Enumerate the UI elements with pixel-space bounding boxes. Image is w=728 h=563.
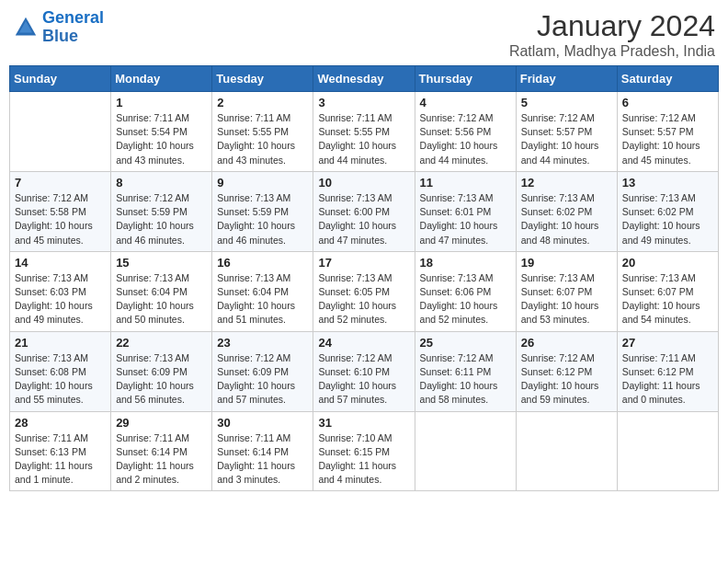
calendar-week-row: 7Sunrise: 7:12 AMSunset: 5:58 PMDaylight…	[10, 171, 719, 251]
day-number: 6	[622, 96, 713, 109]
calendar-cell: 6Sunrise: 7:12 AMSunset: 5:57 PMDaylight…	[617, 92, 718, 172]
calendar-cell: 15Sunrise: 7:13 AMSunset: 6:04 PMDayligh…	[111, 251, 212, 331]
day-detail: Sunrise: 7:11 AMSunset: 5:54 PMDaylight:…	[116, 111, 207, 167]
calendar-cell: 4Sunrise: 7:12 AMSunset: 5:56 PMDaylight…	[415, 92, 516, 172]
day-detail: Sunrise: 7:11 AMSunset: 6:13 PMDaylight:…	[15, 431, 106, 488]
calendar-cell: 18Sunrise: 7:13 AMSunset: 6:06 PMDayligh…	[415, 251, 516, 331]
calendar-week-row: 28Sunrise: 7:11 AMSunset: 6:13 PMDayligh…	[10, 411, 719, 491]
day-number: 15	[116, 256, 207, 270]
calendar-cell: 10Sunrise: 7:13 AMSunset: 6:00 PMDayligh…	[313, 171, 415, 251]
day-header-saturday: Saturday	[617, 66, 718, 92]
day-detail: Sunrise: 7:10 AMSunset: 6:15 PMDaylight:…	[318, 431, 409, 488]
calendar-cell: 24Sunrise: 7:12 AMSunset: 6:10 PMDayligh…	[313, 331, 415, 411]
day-detail: Sunrise: 7:12 AMSunset: 6:09 PMDaylight:…	[217, 351, 308, 408]
day-number: 18	[420, 256, 511, 270]
calendar-cell: 3Sunrise: 7:11 AMSunset: 5:55 PMDaylight…	[313, 92, 415, 172]
calendar-cell	[415, 411, 516, 491]
title-block: January 2024 Ratlam, Madhya Pradesh, Ind…	[509, 9, 715, 60]
calendar-cell: 7Sunrise: 7:12 AMSunset: 5:58 PMDaylight…	[10, 171, 111, 251]
day-detail: Sunrise: 7:11 AMSunset: 6:14 PMDaylight:…	[116, 431, 207, 488]
calendar-cell: 31Sunrise: 7:10 AMSunset: 6:15 PMDayligh…	[313, 411, 415, 491]
calendar-cell: 23Sunrise: 7:12 AMSunset: 6:09 PMDayligh…	[212, 331, 313, 411]
day-detail: Sunrise: 7:12 AMSunset: 6:10 PMDaylight:…	[318, 351, 409, 408]
day-header-thursday: Thursday	[415, 66, 516, 92]
calendar-cell: 22Sunrise: 7:13 AMSunset: 6:09 PMDayligh…	[111, 331, 212, 411]
calendar-header-row: SundayMondayTuesdayWednesdayThursdayFrid…	[10, 66, 719, 92]
day-number: 27	[622, 336, 713, 350]
day-detail: Sunrise: 7:13 AMSunset: 6:05 PMDaylight:…	[318, 271, 409, 327]
day-detail: Sunrise: 7:11 AMSunset: 6:14 PMDaylight:…	[217, 431, 308, 488]
day-number: 24	[318, 336, 409, 350]
calendar-cell: 26Sunrise: 7:12 AMSunset: 6:12 PMDayligh…	[516, 331, 617, 411]
day-detail: Sunrise: 7:11 AMSunset: 6:12 PMDaylight:…	[622, 351, 713, 408]
day-number: 28	[15, 416, 106, 430]
day-number: 29	[116, 416, 207, 430]
calendar-title: January 2024	[509, 9, 715, 43]
day-detail: Sunrise: 7:13 AMSunset: 6:02 PMDaylight:…	[622, 191, 713, 247]
calendar-cell: 8Sunrise: 7:12 AMSunset: 5:59 PMDaylight…	[111, 171, 212, 251]
calendar-cell: 16Sunrise: 7:13 AMSunset: 6:04 PMDayligh…	[212, 251, 313, 331]
day-detail: Sunrise: 7:11 AMSunset: 5:55 PMDaylight:…	[318, 111, 409, 167]
logo-text: General Blue	[42, 9, 104, 46]
day-detail: Sunrise: 7:13 AMSunset: 6:01 PMDaylight:…	[420, 191, 511, 247]
calendar-cell: 9Sunrise: 7:13 AMSunset: 5:59 PMDaylight…	[212, 171, 313, 251]
day-header-tuesday: Tuesday	[212, 66, 313, 92]
calendar-cell: 28Sunrise: 7:11 AMSunset: 6:13 PMDayligh…	[10, 411, 111, 491]
day-detail: Sunrise: 7:13 AMSunset: 5:59 PMDaylight:…	[217, 191, 308, 247]
day-number: 12	[521, 176, 612, 190]
day-detail: Sunrise: 7:12 AMSunset: 5:57 PMDaylight:…	[521, 111, 612, 167]
logo-line2: Blue	[42, 27, 78, 45]
calendar-cell: 2Sunrise: 7:11 AMSunset: 5:55 PMDaylight…	[212, 92, 313, 172]
day-detail: Sunrise: 7:12 AMSunset: 5:56 PMDaylight:…	[420, 111, 511, 167]
calendar-cell: 14Sunrise: 7:13 AMSunset: 6:03 PMDayligh…	[10, 251, 111, 331]
day-number: 4	[420, 96, 511, 109]
calendar-cell: 29Sunrise: 7:11 AMSunset: 6:14 PMDayligh…	[111, 411, 212, 491]
day-number: 2	[217, 96, 308, 109]
calendar-cell	[516, 411, 617, 491]
calendar-week-row: 1Sunrise: 7:11 AMSunset: 5:54 PMDaylight…	[10, 92, 719, 172]
calendar-table: SundayMondayTuesdayWednesdayThursdayFrid…	[9, 65, 719, 491]
day-detail: Sunrise: 7:12 AMSunset: 5:58 PMDaylight:…	[15, 191, 106, 247]
day-number: 23	[217, 336, 308, 350]
day-number: 19	[521, 256, 612, 270]
calendar-cell	[617, 411, 718, 491]
calendar-week-row: 21Sunrise: 7:13 AMSunset: 6:08 PMDayligh…	[10, 331, 719, 411]
day-number: 17	[318, 256, 409, 270]
page-header: General Blue January 2024 Ratlam, Madhya…	[9, 9, 719, 60]
calendar-subtitle: Ratlam, Madhya Pradesh, India	[509, 43, 715, 60]
calendar-cell	[10, 92, 111, 172]
day-number: 5	[521, 96, 612, 109]
calendar-cell: 21Sunrise: 7:13 AMSunset: 6:08 PMDayligh…	[10, 331, 111, 411]
calendar-cell: 11Sunrise: 7:13 AMSunset: 6:01 PMDayligh…	[415, 171, 516, 251]
day-number: 22	[116, 336, 207, 350]
calendar-cell: 30Sunrise: 7:11 AMSunset: 6:14 PMDayligh…	[212, 411, 313, 491]
calendar-cell: 5Sunrise: 7:12 AMSunset: 5:57 PMDaylight…	[516, 92, 617, 172]
day-number: 20	[622, 256, 713, 270]
day-header-monday: Monday	[111, 66, 212, 92]
day-number: 16	[217, 256, 308, 270]
day-detail: Sunrise: 7:12 AMSunset: 6:12 PMDaylight:…	[521, 351, 612, 408]
calendar-cell: 12Sunrise: 7:13 AMSunset: 6:02 PMDayligh…	[516, 171, 617, 251]
logo: General Blue	[13, 9, 104, 46]
day-number: 30	[217, 416, 308, 430]
day-number: 14	[15, 256, 106, 270]
day-detail: Sunrise: 7:11 AMSunset: 5:55 PMDaylight:…	[217, 111, 308, 167]
day-number: 26	[521, 336, 612, 350]
day-detail: Sunrise: 7:13 AMSunset: 6:04 PMDaylight:…	[116, 271, 207, 327]
day-number: 10	[318, 176, 409, 190]
day-detail: Sunrise: 7:13 AMSunset: 6:08 PMDaylight:…	[15, 351, 106, 408]
day-detail: Sunrise: 7:12 AMSunset: 6:11 PMDaylight:…	[420, 351, 511, 408]
logo-line1: General	[42, 8, 104, 27]
day-number: 31	[318, 416, 409, 430]
calendar-cell: 27Sunrise: 7:11 AMSunset: 6:12 PMDayligh…	[617, 331, 718, 411]
day-detail: Sunrise: 7:13 AMSunset: 6:04 PMDaylight:…	[217, 271, 308, 327]
day-number: 1	[116, 96, 207, 109]
day-detail: Sunrise: 7:13 AMSunset: 6:09 PMDaylight:…	[116, 351, 207, 408]
logo-icon	[13, 15, 39, 40]
day-number: 8	[116, 176, 207, 190]
day-detail: Sunrise: 7:12 AMSunset: 5:59 PMDaylight:…	[116, 191, 207, 247]
day-detail: Sunrise: 7:12 AMSunset: 5:57 PMDaylight:…	[622, 111, 713, 167]
day-header-wednesday: Wednesday	[313, 66, 415, 92]
day-detail: Sunrise: 7:13 AMSunset: 6:02 PMDaylight:…	[521, 191, 612, 247]
day-number: 3	[318, 96, 409, 109]
